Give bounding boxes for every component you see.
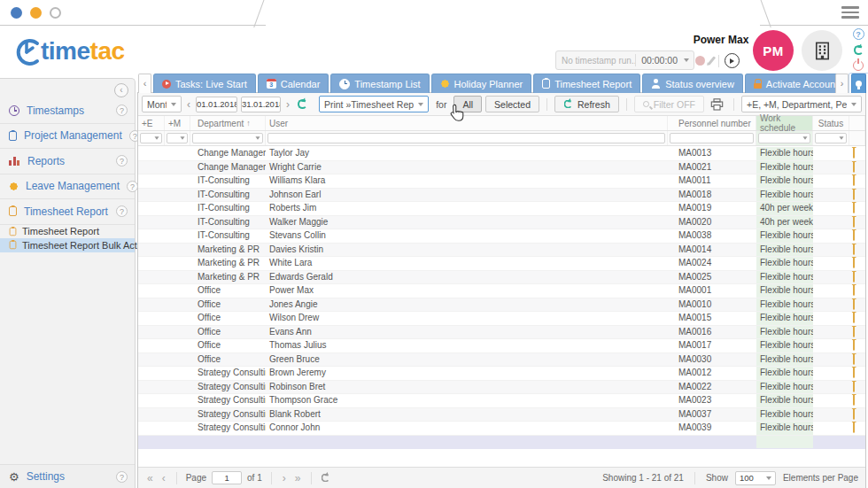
sidebar-item-reports[interactable]: Reports? [0,149,135,174]
table-row[interactable]: Change ManagementWright CarrieMA0021Flex… [138,161,865,175]
table-row[interactable]: Marketing & PRWhite LaraMA0024Flexible h… [138,257,865,271]
reload-icon[interactable] [854,45,864,55]
table-row[interactable]: Marketing & PRDavies KristinMA0014Flexib… [138,244,865,258]
date-to-input[interactable] [241,97,281,112]
print-button[interactable] [708,98,726,111]
help-badge[interactable]: ? [116,105,128,116]
timesheet-report-icon[interactable] [853,394,855,406]
filter-status-select[interactable] [815,133,847,143]
tab-scroll-left-button[interactable]: ‹ [138,74,151,93]
table-row[interactable]: IT-ConsultingStevans CollinMA0038Flexibl… [138,229,865,244]
timesheet-report-icon[interactable] [853,271,855,283]
table-row[interactable]: Strategy ConsultingThompson GraceMA0023F… [138,394,865,408]
column-header-m[interactable]: +M [165,116,190,130]
table-row[interactable]: OfficeThomas JuliusMA0017Flexible hours:… [138,339,865,353]
bulk-action-select[interactable]: Print »Timesheet Report« [319,96,429,112]
sidebar-item-leave-management[interactable]: Leave Management? [0,174,135,200]
sidebar-item-timesheet-report[interactable]: Timesheet Report? [0,199,135,225]
page-number-input[interactable] [212,471,242,484]
timesheet-report-icon[interactable] [853,257,855,268]
window-dot-orange[interactable] [30,7,42,19]
help-badge[interactable]: ? [116,205,128,217]
page-size-select[interactable]: 100 [735,471,776,485]
timesheet-report-icon[interactable] [853,216,855,228]
table-row[interactable]: Strategy ConsultingBrown JeremyMA0012Fle… [138,367,865,381]
table-row[interactable]: Strategy ConsultingBlank RobertMA0037Fle… [138,408,865,422]
table-row[interactable]: IT-ConsultingJohnson EarlMA0018Flexible … [138,189,865,203]
table-row[interactable]: IT-ConsultingWilliams KlaraMA0011Flexibl… [138,174,865,189]
filter-user-input[interactable] [267,133,665,143]
start-timer-button[interactable] [725,53,740,68]
help-badge[interactable]: ? [116,155,128,167]
sidebar-collapse-button[interactable]: ‹ [114,83,128,97]
timesheet-report-icon[interactable] [853,381,855,392]
table-row[interactable]: OfficeWilson DrewMA0015Flexible hours: 4… [138,312,865,326]
tab-calendar[interactable]: 3Calendar [258,74,329,93]
timesheet-report-icon[interactable] [853,326,855,337]
sidebar-item-timestamps[interactable]: Timestamps? [0,98,135,124]
tab-scroll-right-button[interactable]: › [835,74,849,93]
help-icon[interactable]: ? [853,28,864,40]
timesheet-report-icon[interactable] [853,174,855,186]
sidebar-item-settings[interactable]: ⚙ Settings ? [0,464,135,488]
record-icon[interactable] [695,56,705,66]
table-row[interactable]: IT-ConsultingRoberts JimMA001940h per we… [138,202,865,216]
timesheet-report-icon[interactable] [853,298,855,310]
reload-dates-icon[interactable] [298,99,307,109]
timesheet-report-icon[interactable] [853,367,855,378]
timesheet-report-icon[interactable] [853,408,855,420]
refresh-grid-icon[interactable] [322,474,330,483]
column-header-work-schedule[interactable]: Work schedule [756,116,813,130]
tab-tasks-live-start[interactable]: Tasks: Live Start [153,74,256,93]
timesheet-report-icon[interactable] [853,147,855,159]
timesheet-report-icon[interactable] [853,202,855,213]
filter-m-select[interactable] [167,133,188,143]
sidebar-item-project-management[interactable]: Project Management? [0,124,135,150]
filter-e-select[interactable] [140,133,162,143]
column-header-user[interactable]: User [266,116,668,130]
filter-department-select[interactable] [192,133,263,143]
column-header-department[interactable]: Department↑ [190,116,266,130]
timesheet-report-icon[interactable] [853,244,855,255]
timesheet-report-icon[interactable] [853,189,855,200]
tab-status-overview[interactable]: Status overview [642,74,743,93]
first-page-button[interactable]: « [145,472,155,484]
timetac-logo[interactable]: timetac [11,31,125,72]
timesheet-report-icon[interactable] [853,312,855,323]
next-period-button[interactable]: › [284,98,291,111]
window-dot-blue[interactable] [11,7,22,19]
organization-button[interactable] [802,30,842,71]
period-select[interactable]: Month [142,96,182,112]
window-dot-white[interactable] [50,7,61,19]
edit-pencil-icon[interactable] [708,56,716,65]
date-from-input[interactable] [196,97,237,112]
tab-holiday-planner[interactable]: Holiday Planner [431,74,532,93]
filter-personnel-input[interactable] [670,133,754,143]
timesheet-report-icon[interactable] [853,339,855,351]
table-row[interactable]: OfficeGreen BruceMA0030Flexible hours: 4… [138,353,865,368]
table-row[interactable]: Marketing & PREdwards GeraldMA0025Flexib… [138,271,865,285]
column-header-personnel-number[interactable]: Personnel number [668,116,756,130]
timesheet-report-icon[interactable] [853,422,855,433]
chevron-down-icon[interactable] [684,58,689,62]
all-button[interactable]: All [453,96,482,112]
help-badge[interactable]: ? [116,471,128,483]
table-row[interactable]: Change ManagementTaylor JayMA0013Flexibl… [138,147,865,161]
table-row[interactable]: Strategy ConsultingRobinson BretMA0022Fl… [138,381,865,395]
timesheet-report-icon[interactable] [853,353,855,365]
prev-period-button[interactable]: ‹ [185,98,192,111]
sidebar-subitem-timesheet-report[interactable]: Timesheet Report [0,225,135,239]
columns-select[interactable]: +E, +M, Department, Perso [741,96,862,112]
prev-page-button[interactable]: ‹ [160,472,167,484]
tab-timesheet-report[interactable]: Timesheet Report [533,74,640,93]
logout-power-icon[interactable] [853,60,864,71]
table-row[interactable]: OfficeJones AngieMA0010Flexible hours: 4… [138,298,865,313]
filter-work-schedule-select[interactable] [758,133,810,143]
tips-button[interactable] [851,74,866,93]
next-page-button[interactable]: › [281,472,288,484]
timestamp-widget[interactable]: No timestamp run... 00:00:00 [555,50,694,70]
tab-timestamp-list[interactable]: Timestamp List [330,74,429,93]
column-header-e[interactable]: +E [138,116,165,130]
tab-activate-account[interactable]: Activate Account [745,74,847,93]
selected-button[interactable]: Selected [485,96,539,112]
